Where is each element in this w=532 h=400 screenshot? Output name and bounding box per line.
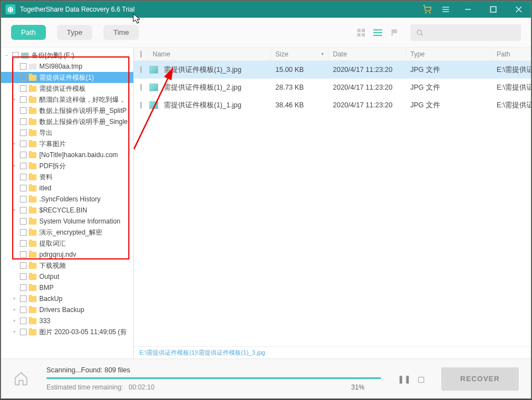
- checkbox[interactable]: [20, 307, 27, 313]
- tree-item-label: 图片 2020-03-05 11;49;05 (剪: [39, 328, 127, 337]
- collapse-icon[interactable]: −: [3, 53, 10, 58]
- file-row[interactable]: 需提供证件模板(1)_1.jpg38.46 KB2020/4/17 11:23:…: [134, 96, 531, 114]
- tree-item[interactable]: +$RECYCLE.BIN: [1, 205, 133, 216]
- header-date[interactable]: Date: [328, 48, 406, 60]
- checkbox[interactable]: [20, 229, 27, 236]
- header-type[interactable]: Type: [406, 48, 492, 60]
- tree-item[interactable]: 下载视频: [1, 260, 133, 271]
- minimize-button[interactable]: [460, 4, 476, 15]
- checkbox[interactable]: [20, 329, 27, 335]
- tree-item[interactable]: 提取词汇: [1, 238, 133, 249]
- checkbox[interactable]: [20, 185, 27, 191]
- checkbox[interactable]: [20, 118, 27, 125]
- view-flag-icon[interactable]: [389, 28, 399, 38]
- view-grid-icon[interactable]: [356, 28, 366, 38]
- tree-item[interactable]: 导出: [1, 127, 133, 138]
- file-name: 需提供证件模板(1)_1.jpg: [159, 101, 271, 110]
- file-date: 2020/4/17 11:23:20: [328, 84, 406, 91]
- checkbox[interactable]: [20, 273, 27, 280]
- file-path: E:\需提供证: [492, 83, 531, 92]
- tree-item-label: 数据上报操作说明手册_SplitP: [39, 106, 127, 116]
- home-button[interactable]: [13, 371, 30, 387]
- checkbox[interactable]: [20, 85, 27, 92]
- checkbox[interactable]: [20, 318, 27, 324]
- tree-item[interactable]: itled: [1, 183, 133, 194]
- checkbox[interactable]: [20, 129, 27, 136]
- file-row[interactable]: 需提供证件模板(1)_3.jpg15.00 KB2020/4/17 11:23:…: [134, 61, 531, 79]
- expand-icon[interactable]: +: [11, 97, 18, 102]
- tree-item[interactable]: +333: [1, 315, 133, 326]
- expand-icon[interactable]: +: [11, 163, 18, 169]
- expand-icon[interactable]: +: [11, 296, 18, 302]
- stop-button[interactable]: ▢: [418, 375, 425, 383]
- tree-item[interactable]: 演示_encrypted_解密: [1, 227, 133, 238]
- tree-item[interactable]: [NoTitle]haokan.baidu.com: [1, 149, 133, 160]
- checkbox[interactable]: [20, 107, 27, 114]
- tree-item[interactable]: +图片 2020-03-05 11;49;05 (剪: [1, 326, 133, 337]
- tab-type[interactable]: Type: [57, 25, 92, 40]
- menu-icon[interactable]: [441, 5, 450, 14]
- checkbox[interactable]: [20, 240, 27, 247]
- tree-item[interactable]: 需提供证件模板(1): [1, 72, 133, 83]
- checkbox[interactable]: [20, 141, 27, 147]
- recover-button[interactable]: RECOVER: [441, 367, 519, 391]
- checkbox[interactable]: [20, 96, 27, 103]
- tree-item[interactable]: .SyncFolders History: [1, 194, 133, 205]
- checkbox[interactable]: [140, 84, 142, 91]
- svg-rect-17: [393, 29, 397, 33]
- tree-item-label: 提取词汇: [39, 239, 66, 248]
- tree-item-label: MSI980aa.tmp: [39, 63, 82, 70]
- expand-icon[interactable]: +: [11, 141, 18, 147]
- maximize-button[interactable]: [486, 4, 501, 15]
- header-size[interactable]: Size▾: [271, 48, 328, 60]
- checkbox[interactable]: [20, 207, 27, 214]
- tree-item[interactable]: +PDF拆分: [1, 160, 133, 172]
- tree-item-label: 需提供证件模板: [39, 84, 86, 93]
- header-path[interactable]: Path: [492, 48, 531, 60]
- tree-item[interactable]: System Volume Information: [1, 216, 133, 227]
- checkbox[interactable]: [20, 163, 27, 169]
- tree-item[interactable]: +BackUp: [1, 293, 133, 304]
- pause-button[interactable]: ❚❚: [398, 375, 411, 383]
- tree-item[interactable]: +醋溜白菜这样做，好吃到爆，: [1, 94, 133, 105]
- tree-item[interactable]: pdrgqruj.ndv: [1, 249, 133, 260]
- search-input[interactable]: [410, 24, 521, 41]
- checkbox[interactable]: [140, 66, 142, 73]
- tree-item[interactable]: Output: [1, 271, 133, 282]
- close-button[interactable]: [511, 4, 526, 15]
- folder-icon: [29, 307, 36, 313]
- checkbox[interactable]: [20, 174, 27, 180]
- checkbox[interactable]: [20, 152, 27, 158]
- expand-icon[interactable]: +: [11, 207, 18, 213]
- tree-item[interactable]: 资料: [1, 172, 133, 183]
- checkbox[interactable]: [20, 251, 27, 258]
- tab-path[interactable]: Path: [11, 25, 46, 40]
- header-name[interactable]: Name: [148, 48, 271, 60]
- file-date: 2020/4/17 11:23:20: [328, 66, 406, 74]
- checkbox[interactable]: [20, 262, 27, 269]
- expand-icon[interactable]: +: [11, 307, 18, 313]
- checkbox[interactable]: [20, 63, 27, 70]
- tree-item[interactable]: 数据上报操作说明手册_Single: [1, 116, 133, 127]
- tab-time[interactable]: Time: [103, 25, 139, 40]
- tree-item[interactable]: +字幕图片: [1, 138, 133, 149]
- select-all-checkbox[interactable]: [140, 51, 142, 58]
- checkbox[interactable]: [140, 102, 142, 108]
- tree-item[interactable]: BMP: [1, 282, 133, 293]
- tree-root[interactable]: − 备份[勿删] (E:): [1, 50, 133, 61]
- checkbox[interactable]: [20, 284, 27, 291]
- checkbox[interactable]: [20, 218, 27, 225]
- tree-item[interactable]: MSI980aa.tmp: [1, 61, 133, 72]
- tree-item[interactable]: 数据上报操作说明手册_SplitP: [1, 105, 133, 116]
- checkbox[interactable]: [12, 52, 19, 59]
- checkbox[interactable]: [20, 74, 27, 81]
- file-row[interactable]: 需提供证件模板(1)_2.jpg28.73 KB2020/4/17 11:23:…: [134, 79, 531, 96]
- expand-icon[interactable]: +: [11, 318, 18, 324]
- view-list-icon[interactable]: [373, 28, 383, 38]
- checkbox[interactable]: [20, 295, 27, 302]
- checkbox[interactable]: [20, 196, 27, 202]
- tree-item[interactable]: 需提供证件模板: [1, 83, 133, 94]
- tree-item[interactable]: +Drivers Backup: [1, 304, 133, 315]
- cart-icon[interactable]: [423, 5, 431, 14]
- expand-icon[interactable]: +: [11, 329, 18, 335]
